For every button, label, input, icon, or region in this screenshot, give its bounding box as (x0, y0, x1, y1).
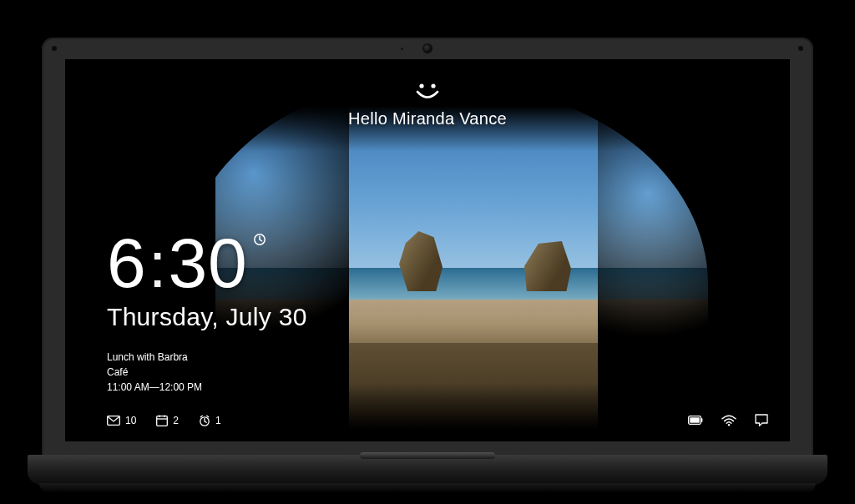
mail-icon (107, 416, 120, 426)
status-badges: 10 2 1 (107, 415, 221, 426)
mail-count: 10 (125, 415, 136, 426)
clock-colon: : (149, 232, 167, 297)
clock-date: Thursday, July 30 (107, 303, 307, 331)
calendar-badge[interactable]: 2 (156, 415, 179, 426)
action-center-icon[interactable] (755, 414, 768, 426)
system-tray (688, 414, 768, 426)
battery-icon[interactable] (688, 416, 703, 425)
laptop-hinge (360, 452, 495, 459)
alarm-icon (199, 415, 210, 426)
clock-block: 6 : 30 Thursday, July 30 (107, 228, 307, 331)
clock-minute: 30 (168, 228, 247, 298)
quick-status-event: Lunch with Barbra Café 11:00 AM—12:00 PM (107, 350, 202, 395)
lock-screen[interactable]: Hello Miranda Vance 6 : 30 (65, 59, 790, 441)
svg-point-12 (728, 424, 730, 426)
smile-icon (413, 83, 442, 101)
wifi-icon[interactable] (721, 415, 736, 426)
event-title: Lunch with Barbra (107, 350, 202, 365)
hello-greeting: Hello Miranda Vance (65, 83, 790, 129)
alarm-count: 1 (215, 415, 221, 426)
calendar-icon (156, 415, 168, 426)
svg-point-0 (419, 83, 423, 88)
svg-rect-10 (690, 417, 699, 422)
alarm-badge[interactable]: 1 (199, 415, 221, 426)
camera-led-indicator (401, 48, 403, 50)
laptop-device-frame: Hello Miranda Vance 6 : 30 (42, 38, 813, 501)
svg-rect-4 (157, 416, 168, 426)
clock-icon (253, 233, 266, 246)
hinge-screw-icon (798, 46, 803, 51)
clock-hour: 6 (107, 228, 147, 298)
greeting-text: Hello Miranda Vance (65, 109, 790, 129)
webcam-icon (423, 44, 432, 53)
event-time-range: 11:00 AM—12:00 PM (107, 380, 202, 395)
hinge-screw-icon (52, 46, 57, 51)
mail-badge[interactable]: 10 (107, 415, 136, 426)
laptop-lid: Hello Miranda Vance 6 : 30 (42, 38, 813, 456)
event-location: Café (107, 365, 202, 380)
calendar-count: 2 (173, 415, 179, 426)
laptop-base (28, 455, 827, 501)
clock-time: 6 : 30 (107, 228, 248, 298)
svg-point-1 (431, 83, 435, 88)
svg-rect-11 (701, 418, 703, 421)
